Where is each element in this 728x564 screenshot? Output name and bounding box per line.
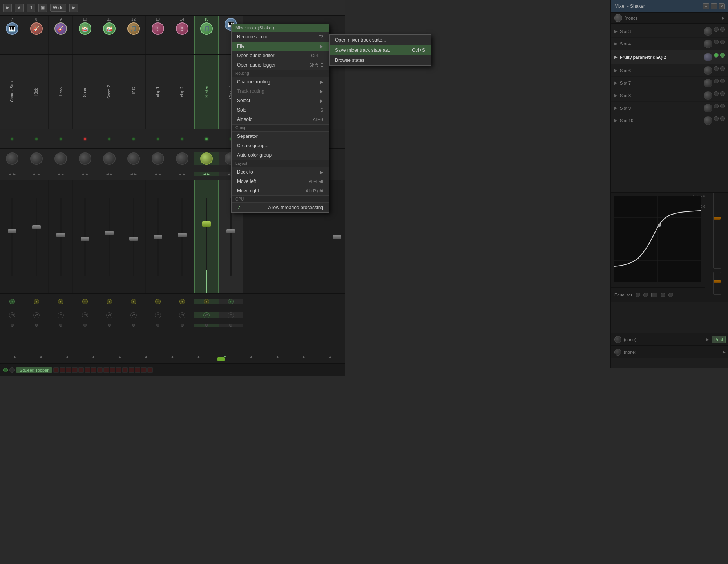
clock-icon-12[interactable]: ⏱ — [130, 312, 137, 318]
menu-move-left[interactable]: Move left Alt+Left — [232, 177, 329, 186]
star-button[interactable]: ★ — [15, 4, 24, 12]
slot-8-led[interactable] — [714, 91, 719, 96]
slot-9-led2[interactable] — [720, 104, 725, 108]
eq-btn-2[interactable] — [643, 293, 648, 297]
fruity-eq-slot[interactable]: ▶ Fruity parametric EQ 2 — [611, 50, 728, 64]
knob-10[interactable] — [73, 152, 97, 165]
eq-btn-4[interactable] — [661, 293, 665, 297]
fader-handle-8[interactable] — [32, 225, 41, 229]
arrow-up-10[interactable]: ▲ — [90, 352, 98, 360]
eq-btn-1[interactable] — [636, 293, 640, 297]
slot-8-knob[interactable] — [704, 91, 712, 100]
bulb-13[interactable]: ● — [155, 299, 161, 304]
fader-handle-15[interactable] — [202, 221, 211, 227]
arrow-up-extra1[interactable]: ▲ — [273, 352, 281, 360]
arrow-up-12[interactable]: ▲ — [142, 352, 150, 360]
submenu-open-state[interactable]: Open mixer track state... — [330, 35, 431, 45]
menu-open-audio-logger[interactable]: Open audio logger Shift+E — [232, 60, 329, 70]
wide-label[interactable]: Wide — [50, 4, 66, 12]
slot-9[interactable]: ▶ Slot 9 — [611, 102, 728, 114]
slot-7-led2[interactable] — [720, 79, 725, 83]
slot-7-knob[interactable] — [704, 79, 712, 87]
close-btn[interactable]: × — [719, 3, 725, 9]
slot-4[interactable]: ▶ Slot 4 — [611, 38, 728, 50]
slot-10[interactable]: ▶ Slot 10 — [611, 114, 728, 127]
knob-12[interactable] — [121, 152, 146, 165]
bulb-7[interactable]: ● — [9, 299, 15, 304]
knob-11[interactable] — [97, 152, 121, 165]
fader-handle-14[interactable] — [178, 233, 187, 237]
fader-handle-11[interactable] — [105, 231, 114, 235]
fader-handle-12[interactable] — [129, 237, 138, 241]
arrow-up-9[interactable]: ▲ — [63, 352, 71, 360]
fruity-led2[interactable] — [720, 53, 725, 58]
pan-right-8[interactable]: ► — [37, 172, 41, 176]
menu-allow-threaded[interactable]: Allow threaded processing — [232, 203, 329, 212]
fader-handle-7[interactable] — [8, 229, 16, 233]
bulb-14[interactable]: ● — [179, 299, 185, 304]
bulb-15[interactable]: ● — [204, 299, 209, 304]
slot-6[interactable]: ▶ Slot 6 — [611, 64, 728, 77]
slot-3-led2[interactable] — [720, 27, 725, 32]
bulb-9[interactable]: ● — [58, 299, 63, 304]
pan-left-9[interactable]: ◄► — [57, 172, 65, 176]
slot-8[interactable]: ▶ Slot 8 — [611, 89, 728, 102]
submenu-browse-states[interactable]: Browse states — [330, 55, 431, 65]
slot-4-knob[interactable] — [704, 40, 712, 48]
fader-handle-9[interactable] — [56, 233, 65, 237]
pan-15[interactable]: ◄► — [203, 172, 210, 176]
clock-icon-13[interactable]: ⏱ — [155, 312, 161, 318]
menu-channel-routing[interactable]: Channel routing ▶ — [232, 77, 329, 87]
eq-graph[interactable] — [614, 196, 701, 282]
slot-3[interactable]: ▶ Slot 3 — [611, 25, 728, 38]
bulb-8[interactable]: ● — [34, 299, 39, 304]
h-scrollbar[interactable] — [0, 373, 345, 376]
menu-rename[interactable]: Rename / color... F2 — [232, 32, 329, 42]
slot-3-knob[interactable] — [704, 27, 712, 36]
clock-icon-7[interactable]: ⏱ — [9, 312, 15, 318]
menu-file[interactable]: File ▶ — [232, 42, 329, 51]
knob-14[interactable] — [170, 152, 194, 165]
record-button[interactable]: ▣ — [38, 4, 47, 12]
right-fader-handle[interactable] — [333, 235, 341, 239]
knob-7[interactable] — [0, 152, 24, 165]
menu-solo[interactable]: Solo S — [232, 105, 329, 115]
fader-handle-c1[interactable] — [226, 229, 235, 233]
knob-9[interactable] — [49, 152, 73, 165]
slot-8-led2[interactable] — [720, 91, 725, 96]
minimize-btn[interactable]: − — [703, 3, 709, 9]
knob-13[interactable] — [146, 152, 170, 165]
slot-6-knob[interactable] — [704, 66, 712, 75]
arrow-up-c1[interactable]: ▲ — [247, 352, 255, 360]
bulb-10[interactable]: ● — [82, 299, 88, 304]
squeek-label[interactable]: Squeek Topper — [16, 367, 52, 373]
bottom-none-2[interactable]: (none) ▶ — [611, 345, 728, 358]
slot-7-led[interactable] — [714, 79, 719, 83]
slot-4-led2[interactable] — [720, 40, 725, 44]
knob-8[interactable] — [24, 152, 49, 165]
post-button[interactable]: Post — [712, 336, 726, 343]
arrow-up-11[interactable]: ▲ — [116, 352, 124, 360]
clock-icon-15[interactable]: ⏱ — [203, 312, 210, 318]
pan-left-13[interactable]: ◄► — [154, 172, 162, 176]
bulb-11[interactable]: ● — [107, 299, 112, 304]
pan-left-7[interactable]: ◄ — [8, 172, 12, 176]
pan-left-14[interactable]: ◄► — [178, 172, 186, 176]
clock-icon-14[interactable]: ⏱ — [179, 312, 185, 318]
pan-left-8[interactable]: ◄ — [32, 172, 36, 176]
menu-track-routing[interactable]: Track routing ▶ — [232, 87, 329, 96]
pan-right-7[interactable]: ► — [13, 172, 16, 176]
eq-fader-handle-1[interactable] — [714, 217, 721, 220]
slot-6-led2[interactable] — [720, 66, 725, 71]
fader-handle-10[interactable] — [81, 237, 89, 241]
none-dropdown-top[interactable]: (none) ▶ — [611, 13, 728, 24]
clock-icon-c1[interactable]: ⏱ — [228, 312, 234, 318]
save-button[interactable]: ⬆ — [27, 4, 35, 12]
menu-auto-color-group[interactable]: Auto color group — [232, 150, 329, 160]
pan-left-10[interactable]: ◄► — [81, 172, 89, 176]
slot-9-knob[interactable] — [704, 104, 712, 112]
menu-create-group[interactable]: Create group... — [232, 141, 329, 150]
slot-10-knob[interactable] — [704, 116, 712, 125]
menu-alt-solo[interactable]: Alt solo Alt+S — [232, 115, 329, 124]
arrow-up-8[interactable]: ▲ — [37, 352, 45, 360]
